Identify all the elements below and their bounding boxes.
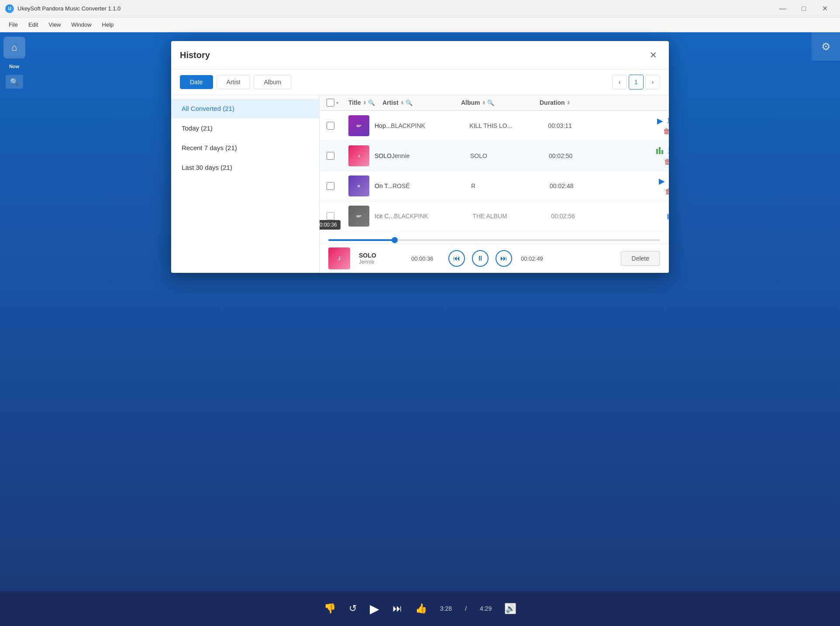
app-title: UkeySoft Pandora Music Converter 1.1.0 [17,5,773,12]
th-title-label: Title [348,99,361,106]
app-thumbdown-button[interactable]: 👎 [324,603,336,614]
progress-bar[interactable] [328,239,660,241]
player-controls: ⏮ ⏸ ⏭ [448,250,512,267]
app-play-button[interactable]: ▶ [370,602,379,616]
modal-title: History [180,50,646,60]
progress-tooltip: 00:00:36 [320,220,341,230]
track-1-album: KILL THIS LO... [469,122,548,129]
track-2-artist: Jennie [392,152,470,159]
next-page-button[interactable]: › [645,75,660,89]
app-thumbup-button[interactable]: 👍 [415,603,427,614]
tab-date[interactable]: Date [180,75,213,89]
rewind-icon: ↺ [349,603,357,614]
title-bar: U UkeySoft Pandora Music Converter 1.1.0… [0,0,840,17]
track-4-title: Ice C... [375,213,394,220]
title-search-icon[interactable]: 🔍 [368,100,375,106]
track-2-duration: 00:02:50 [549,152,619,159]
track-2-actions: ⤴ 🗑 [619,146,669,166]
nav-item-all[interactable]: All Converted (21) [171,99,319,118]
track-1-title-cell: BP Hop... [348,115,391,136]
table-row: J SOLO Jennie SOLO 00:02:50 ⤴ 🗑 [320,141,669,171]
chevron-down-icon: ▾ [336,100,338,105]
track-4-play-button[interactable]: ▶ [667,211,669,221]
track-4-thumbnail: BP [348,206,369,227]
app-player: 👎 ↺ ▶ ⏭ 👍 3:28 / 4:29 🔊 [0,591,840,626]
album-search-icon[interactable]: 🔍 [487,100,494,106]
maximize-button[interactable]: □ [794,2,814,15]
svg-rect-2 [661,150,663,154]
track-1-play-button[interactable]: ▶ [657,116,663,126]
menu-file[interactable]: File [3,20,23,30]
nav-item-last30[interactable]: Last 30 days (21) [171,158,319,177]
duration-sort-icon[interactable]: ⇕ [567,100,570,105]
pagination: ‹ 1 › [612,75,660,89]
track-list-area: ▾ Title ⇕ 🔍 Artist ⇕ 🔍 Album ⇕ [320,95,669,273]
app-fastforward-button[interactable]: ⏭ [392,603,402,614]
app-volume-button[interactable]: 🔊 [505,603,516,614]
delete-button[interactable]: Delete [621,251,660,266]
player-prev-button[interactable]: ⏮ [448,250,465,267]
player-next-button[interactable]: ⏭ [496,250,512,267]
menu-window[interactable]: Window [66,20,96,30]
track-3-album: R [471,182,550,189]
track-2-title: SOLO [375,152,392,159]
track-2-thumbnail: J [348,145,369,166]
app-time-separator: / [465,605,467,612]
svg-rect-1 [659,147,661,154]
player-track-name: SOLO [359,252,403,259]
current-page-button[interactable]: 1 [629,75,644,89]
progress-thumb[interactable] [392,237,398,243]
close-button[interactable]: ✕ [815,2,835,15]
track-3-title-cell: R On T... [348,175,392,196]
modal-body: All Converted (21) Today (21) Recent 7 d… [171,95,669,273]
select-all-checkbox[interactable] [327,99,334,107]
player-pause-button[interactable]: ⏸ [472,250,489,267]
player-total-time: 00:02:49 [521,255,543,262]
play-icon: ▶ [370,602,379,616]
album-sort-icon[interactable]: ⇕ [482,100,485,105]
track-3-export-button[interactable]: ⤴ [668,177,669,185]
th-album: Album ⇕ 🔍 [461,99,540,106]
track-3-play-button[interactable]: ▶ [659,176,665,186]
artist-sort-icon[interactable]: ⇕ [400,100,404,105]
track-2-checkbox[interactable] [327,152,334,160]
track-1-checkbox[interactable] [327,122,334,130]
tabs-row: Date Artist Album ‹ 1 › [171,69,669,95]
menu-edit[interactable]: Edit [23,20,43,30]
tab-artist[interactable]: Artist [217,75,251,89]
prev-page-button[interactable]: ‹ [612,75,627,89]
menu-view[interactable]: View [43,20,66,30]
track-4-checkbox[interactable] [327,212,334,220]
track-3-checkbox[interactable] [327,182,334,190]
th-artist: Artist ⇕ 🔍 [382,99,461,106]
menu-help[interactable]: Help [97,20,119,30]
app-total-time: 4:29 [480,605,492,612]
minimize-button[interactable]: — [773,2,793,15]
volume-icon: 🔊 [506,604,515,613]
app-rewind-button[interactable]: ↺ [349,603,357,614]
nav-item-today[interactable]: Today (21) [171,118,319,138]
nav-item-recent7[interactable]: Recent 7 days (21) [171,138,319,158]
player-thumbnail: J [328,248,350,269]
player-info: SOLO Jennie [359,252,403,265]
track-2-export-button[interactable]: ⤴ [668,147,669,155]
table-row: BP Ice C... BLACKPINK THE ALBUM 00:02:56… [320,201,669,231]
track-1-export-button[interactable]: ⤴ [667,117,669,125]
track-3-delete-button[interactable]: 🗑 [665,188,669,196]
window-controls: — □ ✕ [773,2,835,15]
artist-search-icon[interactable]: 🔍 [406,100,413,106]
track-1-delete-button[interactable]: 🗑 [663,127,669,135]
modal-overlay: History ✕ Date Artist Album ‹ 1 › All Co… [0,32,840,591]
track-3-actions: ▶ ⤴ 🗑 [620,176,669,196]
menu-bar: File Edit View Window Help [0,17,840,32]
track-2-play-button[interactable] [656,146,664,156]
tab-album[interactable]: Album [254,75,291,89]
table-row: R On T... ROSÉ R 00:02:48 ▶ ⤴ 🗑 [320,171,669,201]
table-row: BP Hop... BLACKPINK KILL THIS LO... 00:0… [320,111,669,141]
th-title: Title ⇕ 🔍 [348,99,382,106]
track-2-delete-button[interactable]: 🗑 [664,158,669,166]
progress-area: 00:00:36 [320,231,669,244]
modal-close-button[interactable]: ✕ [646,48,660,62]
title-sort-icon[interactable]: ⇕ [363,100,366,105]
select-all-container: ▾ [327,99,348,107]
